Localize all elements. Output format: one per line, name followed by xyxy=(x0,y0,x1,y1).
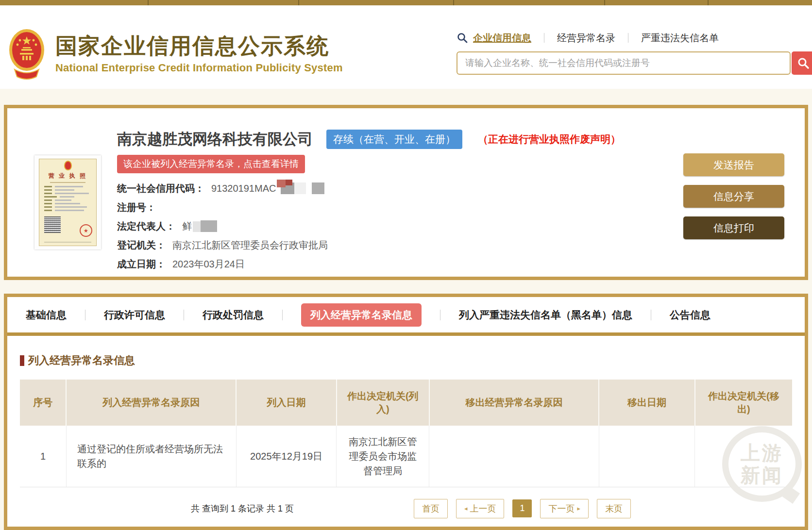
top-nav-bar xyxy=(0,0,812,5)
section-title: 列入经营异常名录信息 xyxy=(20,353,792,368)
divider xyxy=(628,33,628,43)
license-revoke-note: （正在进行营业执照作废声明） xyxy=(478,132,621,146)
prev-page-button[interactable]: ◂ 上一页 xyxy=(456,499,505,518)
top-nav-segment xyxy=(299,0,454,5)
tab-basic-info[interactable]: 基础信息 xyxy=(26,308,67,322)
company-main: 南京越胜茂网络科技有限公司 存续（在营、开业、在册） （正在进行营业执照作废声明… xyxy=(117,129,669,274)
cell-removal-reason xyxy=(429,426,599,487)
license-seal-icon: ★ xyxy=(80,224,92,237)
field-value: 鲜 xyxy=(182,220,192,233)
tab-blacklist[interactable]: 列入严重违法失信名单（黑名单）信息 xyxy=(459,308,632,322)
top-nav-segment xyxy=(605,0,709,5)
column-header: 序号 xyxy=(20,380,66,426)
cell-removal-date xyxy=(599,426,694,487)
divider xyxy=(44,242,91,243)
column-header: 列入日期 xyxy=(236,380,337,426)
column-header: 作出决定机关(移出) xyxy=(695,380,792,426)
cell-inclusion-authority: 南京江北新区管理委员会市场监督管理局 xyxy=(337,426,429,487)
business-license-image[interactable]: 营 业 执 照 ★ xyxy=(34,155,101,249)
button-label: 首页 xyxy=(422,503,440,514)
site-brand: 国家企业信用信息公示系统 National Enterprise Credit … xyxy=(8,28,343,80)
table-row: 1 通过登记的住所或者经营场所无法联系的 2025年12月19日 南京江北新区管… xyxy=(20,426,792,487)
tab-announcements[interactable]: 公告信息 xyxy=(670,308,710,322)
button-label: 末页 xyxy=(605,503,623,514)
button-label: 下一页 xyxy=(548,503,575,514)
search-tab-enterprise-credit[interactable]: 企业信用信息 xyxy=(473,32,531,45)
detail-tabs: 基础信息 行政许可信息 行政处罚信息 列入经营异常名录信息 列入严重违法失信名单… xyxy=(7,297,805,332)
pagination-row: 共 查询到 1 条记录 共 1 页 首页 ◂ 上一页 1 下一页 ▸ 末页 xyxy=(20,500,792,517)
company-info-panel: 营 业 执 照 ★ 南京越胜茂网络科技有限公司 存续（在营、开业、在册） （正在… xyxy=(4,105,808,280)
next-page-button[interactable]: 下一页 ▸ xyxy=(540,499,589,518)
column-header: 作出决定机关(列入) xyxy=(337,380,429,426)
pager: 首页 ◂ 上一页 1 下一页 ▸ 末页 xyxy=(414,499,631,518)
current-page-button[interactable]: 1 xyxy=(512,499,532,517)
license-title: 营 业 执 照 xyxy=(39,172,96,180)
cell-inclusion-date: 2025年12月19日 xyxy=(236,426,337,487)
send-report-button[interactable]: 发送报告 xyxy=(683,153,784,176)
button-label: 上一页 xyxy=(470,503,496,514)
share-info-button[interactable]: 信息分享 xyxy=(683,185,784,208)
field-value: 2023年03月24日 xyxy=(172,258,245,271)
field-label: 注册号： xyxy=(117,201,156,214)
detail-panel: 基础信息 行政许可信息 行政处罚信息 列入经营异常名录信息 列入严重违法失信名单… xyxy=(4,294,808,530)
brand-text: 国家企业信用信息公示系统 National Enterprise Credit … xyxy=(55,33,343,74)
field-legal-representative: 法定代表人： 鲜 xyxy=(117,217,669,236)
first-page-button[interactable]: 首页 xyxy=(414,499,448,518)
search-area: 企业信用信息 经营异常名录 严重违法失信名单 xyxy=(457,31,812,75)
field-credit-code: 统一社会信用代码： 91320191MAC xyxy=(117,179,669,198)
search-tab-illegal-list[interactable]: 严重违法失信名单 xyxy=(641,32,719,45)
field-value: 南京江北新区管理委员会行政审批局 xyxy=(172,239,328,252)
redaction-mosaic xyxy=(277,182,324,194)
divider xyxy=(651,310,651,320)
field-label: 法定代表人： xyxy=(117,220,175,233)
field-registration-authority: 登记机关： 南京江北新区管理委员会行政审批局 xyxy=(117,236,669,255)
company-status-badge: 存续（在营、开业、在册） xyxy=(326,130,462,149)
print-info-button[interactable]: 信息打印 xyxy=(683,216,784,239)
field-label: 登记机关： xyxy=(117,239,166,252)
abnormal-list-table: 序号 列入经营异常名录原因 列入日期 作出决定机关(列入) 移出经营异常名录原因… xyxy=(20,380,792,487)
top-nav-segment xyxy=(149,0,299,5)
divider xyxy=(85,310,85,320)
column-header: 列入经营异常名录原因 xyxy=(66,380,236,426)
site-subtitle: National Enterprise Credit Information P… xyxy=(55,62,343,74)
last-page-button[interactable]: 末页 xyxy=(597,499,631,518)
tab-administrative-penalty[interactable]: 行政处罚信息 xyxy=(203,308,264,322)
top-nav-segment xyxy=(454,0,605,5)
company-name: 南京越胜茂网络科技有限公司 xyxy=(117,129,313,149)
site-title: 国家企业信用信息公示系统 xyxy=(55,33,343,59)
national-emblem-logo xyxy=(8,28,46,80)
search-tab-abnormal-list[interactable]: 经营异常名录 xyxy=(557,32,615,45)
field-registration-number: 注册号： xyxy=(117,198,669,217)
divider xyxy=(7,332,805,336)
search-input[interactable] xyxy=(457,51,791,75)
divider xyxy=(544,33,544,43)
column-header: 移出经营异常名录原因 xyxy=(429,380,599,426)
field-label: 成立日期： xyxy=(117,258,166,271)
cell-removal-authority xyxy=(695,426,792,487)
right-arrow-icon: ▸ xyxy=(577,505,580,512)
field-label: 统一社会信用代码： xyxy=(117,182,204,195)
left-arrow-icon: ◂ xyxy=(464,505,468,512)
table-header-row: 序号 列入经营异常名录原因 列入日期 作出决定机关(列入) 移出经营异常名录原因… xyxy=(20,380,792,426)
abnormal-list-banner[interactable]: 该企业被列入经营异常名录，点击查看详情 xyxy=(117,155,305,173)
search-icon xyxy=(797,57,810,69)
license-emblem-icon xyxy=(64,161,72,170)
top-nav-segment xyxy=(0,0,149,5)
tab-abnormal-list[interactable]: 列入经营异常名录信息 xyxy=(301,303,422,327)
column-header: 移出日期 xyxy=(599,380,694,426)
site-header: 国家企业信用信息公示系统 National Enterprise Credit … xyxy=(0,5,812,89)
search-tabs: 企业信用信息 经营异常名录 严重违法失信名单 xyxy=(457,31,812,45)
divider xyxy=(440,310,440,320)
cell-inclusion-reason: 通过登记的住所或者经营场所无法联系的 xyxy=(66,426,236,487)
license-qr-code xyxy=(44,216,61,233)
record-count-summary: 共 查询到 1 条记录 共 1 页 xyxy=(191,503,294,514)
search-submit-button[interactable] xyxy=(792,51,812,75)
tab-administrative-license[interactable]: 行政许可信息 xyxy=(104,308,165,322)
search-box xyxy=(457,51,812,75)
company-action-buttons: 发送报告 信息分享 信息打印 xyxy=(683,153,784,274)
search-icon xyxy=(457,32,468,44)
top-nav-segment xyxy=(709,0,812,5)
field-value: 91320191MAC xyxy=(211,183,276,194)
divider xyxy=(184,310,184,320)
field-establishment-date: 成立日期： 2023年03月24日 xyxy=(117,255,669,274)
